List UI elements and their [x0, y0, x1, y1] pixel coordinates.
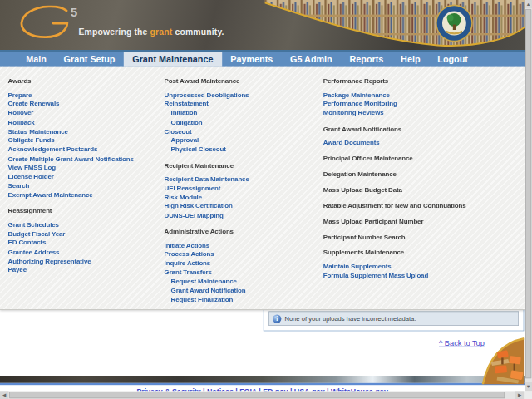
menu-link-package-maintenance[interactable]: Package Maintenance	[323, 91, 474, 100]
menu-column-3: Performance ReportsPackage MaintenancePe…	[323, 76, 474, 287]
g5-application-window: 5 Empowering the grant community.	[0, 0, 532, 399]
scroll-left-icon[interactable]: ◀	[0, 391, 8, 399]
tagline-accent: grant	[150, 27, 173, 37]
g5-logo-icon	[20, 5, 71, 40]
footer-accent-line	[0, 383, 525, 385]
menu-link-uei-reassignment[interactable]: UEI Reassignment	[165, 184, 319, 193]
menu-section-reassignment: ReassignmentGrant SchedulesBudget Fiscal…	[8, 206, 160, 274]
menu-link-maintain-supplements[interactable]: Maintain Supplements	[323, 262, 474, 271]
menu-link-performance-monitoring[interactable]: Performance Monitoring	[323, 100, 474, 109]
menu-link-high-risk-certification[interactable]: High Risk Certification	[165, 202, 319, 211]
menu-link-create-renewals[interactable]: Create Renewals	[8, 100, 160, 109]
menu-link-authorizing-representative[interactable]: Authorizing Representative	[8, 257, 160, 266]
menu-link-risk-module[interactable]: Risk Module	[165, 193, 319, 202]
nav-item-reports[interactable]: Reports	[341, 52, 392, 66]
scroll-down-icon[interactable]: ▼	[525, 382, 532, 391]
nav-item-g5-admin[interactable]: G5 Admin	[282, 52, 341, 66]
menu-heading-administrative-actions: Administrative Actions	[165, 227, 319, 236]
menu-section-mass-upload-participant-number: Mass Upload Participant Number	[323, 217, 474, 226]
scrollbar-corner	[524, 391, 532, 399]
footer-photo-strip	[0, 376, 525, 383]
menu-link-approval[interactable]: Approval	[165, 135, 319, 145]
menu-link-initiate-actions[interactable]: Initiate Actions	[165, 240, 319, 249]
menu-section-grant-award-notifications: Grant Award NotificationsAward Documents	[323, 124, 474, 147]
menu-link-recipient-data-maintenance[interactable]: Recipient Data Maintenance	[165, 175, 319, 184]
menu-heading-supplements-maintenance: Supplements Maintenance	[323, 249, 474, 258]
menu-link-grantee-address[interactable]: Grantee Address	[8, 248, 160, 257]
menu-heading-reassignment: Reassignment	[8, 206, 160, 215]
horizontal-scrollbar-thumb[interactable]	[9, 392, 505, 398]
nav-item-help[interactable]: Help	[392, 52, 429, 66]
menu-link-rollover[interactable]: Rollover	[8, 108, 160, 117]
menu-link-duns-uei-mapping[interactable]: DUNS-UEI Mapping	[165, 211, 319, 220]
menu-link-closeout[interactable]: Closeout	[165, 126, 319, 135]
menu-heading-ratable-adjustment-for-new-and-continuations: Ratable Adjustment for New and Continuat…	[323, 201, 474, 210]
menu-link-search[interactable]: Search	[8, 181, 160, 190]
classroom-corner-image	[477, 337, 524, 385]
menu-link-formula-supplement-mass-upload[interactable]: Formula Supplement Mass Upload	[323, 271, 474, 280]
menu-heading-awards: Awards	[8, 76, 160, 86]
info-icon: i	[273, 314, 281, 323]
menu-section-mass-upload-budget-data: Mass Upload Budget Data	[323, 185, 474, 195]
menu-section-participant-number-search: Participant Number Search	[323, 233, 474, 242]
menu-section-delegation-maintenance: Delegation Maintenance	[323, 170, 474, 179]
menu-link-reinstatement[interactable]: Reinstatement	[165, 100, 319, 109]
menu-link-rollback[interactable]: Rollback	[8, 117, 160, 126]
grant-maintenance-menu: AwardsPrepareCreate RenewalsRolloverRoll…	[0, 67, 525, 310]
upload-status-text: None of your uploads have incorrect meta…	[284, 315, 416, 323]
upload-status-message-bar: i None of your uploads have incorrect me…	[268, 311, 519, 326]
menu-link-grant-schedules[interactable]: Grant Schedules	[8, 220, 160, 229]
vertical-scrollbar-thumb[interactable]	[525, 9, 531, 378]
horizontal-scrollbar[interactable]: ◀ ▶	[0, 391, 524, 399]
menu-link-payee[interactable]: Payee	[8, 265, 160, 274]
menu-heading-principal-officer-maintenance: Principal Officer Maintenance	[323, 154, 474, 163]
menu-link-monitoring-reviews[interactable]: Monitoring Reviews	[323, 108, 474, 117]
menu-link-obligation[interactable]: Obligation	[165, 117, 319, 126]
menu-heading-performance-reports: Performance Reports	[323, 76, 474, 86]
menu-column-2: Post Award MaintenanceUnprocessed Deobli…	[165, 76, 319, 311]
menu-heading-participant-number-search: Participant Number Search	[323, 233, 474, 242]
menu-link-grant-award-notification[interactable]: Grant Award Notification	[165, 286, 319, 295]
nav-item-payments[interactable]: Payments	[222, 52, 282, 66]
menu-section-recipient-maintenance: Recipient MaintenanceRecipient Data Main…	[165, 160, 319, 219]
menu-heading-delegation-maintenance: Delegation Maintenance	[323, 170, 474, 179]
menu-heading-grant-award-notifications: Grant Award Notifications	[323, 124, 474, 133]
menu-link-ed-contacts[interactable]: ED Contacts	[8, 239, 160, 248]
menu-section-supplements-maintenance: Supplements MaintenanceMaintain Suppleme…	[323, 249, 474, 280]
nav-item-main[interactable]: Main	[17, 52, 55, 66]
nav-item-grant-setup[interactable]: Grant Setup	[55, 52, 124, 66]
menu-link-create-multiple-grant-award-notifications[interactable]: Create Multiple Grant Award Notification…	[8, 154, 160, 163]
menu-heading-recipient-maintenance: Recipient Maintenance	[165, 160, 319, 170]
menu-section-awards: AwardsPrepareCreate RenewalsRolloverRoll…	[8, 76, 160, 200]
menu-link-inquire-actions[interactable]: Inquire Actions	[165, 259, 319, 268]
menu-link-grant-transfers[interactable]: Grant Transfers	[165, 268, 319, 277]
menu-link-license-holder[interactable]: License Holder	[8, 172, 160, 181]
menu-link-obligate-funds[interactable]: Obligate Funds	[8, 135, 160, 145]
vertical-scrollbar[interactable]: ▲ ▼	[525, 0, 532, 391]
menu-link-initiation[interactable]: Initiation	[165, 108, 319, 117]
menu-link-prepare[interactable]: Prepare	[8, 91, 160, 100]
menu-link-request-finalization[interactable]: Request Finalization	[165, 295, 319, 304]
main-nav: MainGrant SetupGrant MaintenancePayments…	[0, 50, 532, 67]
nav-item-logout[interactable]: Logout	[429, 52, 476, 66]
menu-link-award-documents[interactable]: Award Documents	[323, 138, 474, 147]
menu-section-post-award-maintenance: Post Award MaintenanceUnprocessed Deobli…	[165, 76, 319, 154]
menu-link-status-maintenance[interactable]: Status Maintenance	[8, 126, 160, 135]
menu-section-principal-officer-maintenance: Principal Officer Maintenance	[323, 154, 474, 163]
library-swoosh-image	[264, 0, 525, 50]
menu-link-budget-fiscal-year[interactable]: Budget Fiscal Year	[8, 229, 160, 239]
menu-link-exempt-award-maintenance[interactable]: Exempt Award Maintenance	[8, 190, 160, 200]
menu-heading-mass-upload-participant-number: Mass Upload Participant Number	[323, 217, 474, 226]
menu-link-view-fmss-log[interactable]: View FMSS Log	[8, 163, 160, 172]
menu-section-administrative-actions: Administrative ActionsInitiate ActionsPr…	[165, 227, 319, 304]
scroll-right-icon[interactable]: ▶	[515, 391, 524, 399]
menu-link-physical-closeout[interactable]: Physical Closeout	[165, 145, 319, 154]
menu-heading-post-award-maintenance: Post Award Maintenance	[165, 76, 319, 86]
department-of-education-seal	[435, 4, 473, 42]
menu-link-unprocessed-deobligations[interactable]: Unprocessed Deobligations	[165, 91, 319, 100]
menu-link-request-maintenance[interactable]: Request Maintenance	[165, 277, 319, 286]
scroll-up-icon[interactable]: ▲	[525, 0, 532, 8]
nav-item-grant-maintenance[interactable]: Grant Maintenance	[124, 52, 222, 66]
menu-link-acknowledgement-postcards[interactable]: Acknowledgement Postcards	[8, 145, 160, 154]
menu-link-process-actions[interactable]: Process Actions	[165, 249, 319, 259]
